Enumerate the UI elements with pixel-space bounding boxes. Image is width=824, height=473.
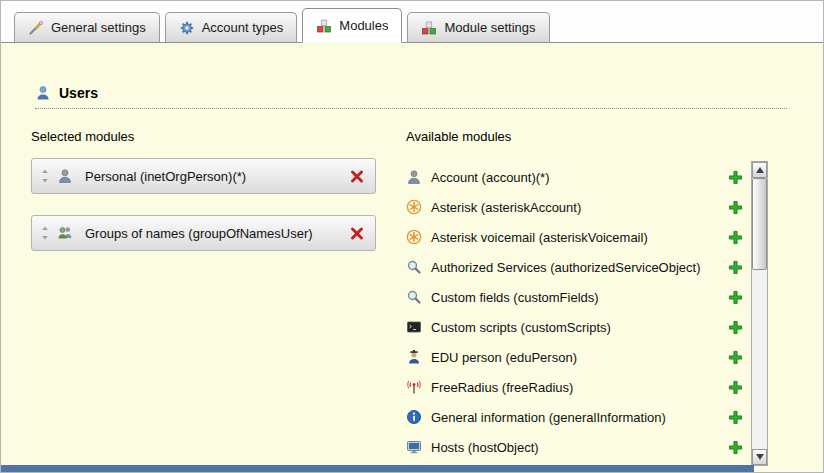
tab-module-settings[interactable]: Module settings [407,12,549,43]
module-label: EDU person (eduPerson) [431,350,718,365]
module-label: Custom fields (customFields) [431,290,718,305]
host-icon [406,439,422,455]
available-modules-list: Account (account)(*) Asterisk (asteriskA… [406,162,743,462]
chevron-up-icon [756,167,764,173]
modules-columns: Selected modules Personal (inetOrgPerson… [31,129,823,462]
scrollbar[interactable] [751,161,768,466]
available-module-authorized-services: Authorized Services (authorizedServiceOb… [406,252,743,282]
magnifier-icon [406,259,422,275]
person-icon [57,168,73,184]
module-label: Custom scripts (customScripts) [431,320,718,335]
module-label: Asterisk (asteriskAccount) [431,200,718,215]
available-module-freeradius: FreeRadius (freeRadius) [406,372,743,402]
add-icon[interactable] [727,319,743,335]
available-module-custom-fields: Custom fields (customFields) [406,282,743,312]
selected-module-personal[interactable]: Personal (inetOrgPerson)(*) [31,158,376,194]
section-heading: Users [35,85,823,101]
tab-account-types[interactable]: Account types [165,12,298,43]
module-label: Personal (inetOrgPerson)(*) [81,169,341,184]
add-icon[interactable] [727,439,743,455]
tab-general-settings[interactable]: General settings [14,12,160,43]
tab-label: Account types [202,20,284,35]
magnifier-icon [406,289,422,305]
selected-modules-list: Personal (inetOrgPerson)(*) Groups of na… [31,158,406,251]
tools-icon [28,20,44,36]
tab-label: Module settings [444,20,535,35]
drag-handle-icon[interactable] [40,225,49,241]
chevron-down-icon [756,454,764,460]
lam-configuration-window: General settings Account types Modules M… [0,0,824,473]
add-icon[interactable] [727,229,743,245]
available-module-edu-person: EDU person (eduPerson) [406,342,743,372]
add-icon[interactable] [727,259,743,275]
module-label: FreeRadius (freeRadius) [431,380,718,395]
content-area: Users Selected modules Personal (inetOrg… [1,43,823,472]
radius-icon [406,379,422,395]
users-icon [35,85,51,101]
add-icon[interactable] [727,379,743,395]
script-icon [406,319,422,335]
add-icon[interactable] [727,169,743,185]
gear-icon [179,20,195,36]
selected-modules-column: Selected modules Personal (inetOrgPerson… [31,129,406,462]
scrollbar-down-button[interactable] [752,449,767,465]
available-modules-heading: Available modules [406,129,743,144]
available-module-hosts: Hosts (hostObject) [406,432,743,462]
available-module-custom-scripts: Custom scripts (customScripts) [406,312,743,342]
module-label: General information (generalInformation) [431,410,718,425]
available-module-asterisk-voicemail: Asterisk voicemail (asteriskVoicemail) [406,222,743,252]
info-icon [406,409,422,425]
section-title: Users [59,85,98,101]
scrollbar-up-button[interactable] [752,162,767,178]
add-icon[interactable] [727,409,743,425]
separator [35,108,787,109]
delete-icon[interactable] [349,168,365,184]
add-icon[interactable] [727,349,743,365]
delete-icon[interactable] [349,225,365,241]
add-icon[interactable] [727,199,743,215]
selected-modules-heading: Selected modules [31,129,406,144]
available-module-account: Account (account)(*) [406,162,743,192]
available-module-asterisk: Asterisk (asteriskAccount) [406,192,743,222]
module-label: Asterisk voicemail (asteriskVoicemail) [431,230,718,245]
edu-icon [406,349,422,365]
module-label: Hosts (hostObject) [431,440,718,455]
tab-bar: General settings Account types Modules M… [1,1,823,43]
asterisk-icon [406,199,422,215]
selected-module-groups-of-names[interactable]: Groups of names (groupOfNamesUser) [31,215,376,251]
module-label: Groups of names (groupOfNamesUser) [81,226,341,241]
modules-icon [421,20,437,36]
person-icon [406,169,422,185]
group-icon [57,225,73,241]
module-label: Account (account)(*) [431,170,718,185]
modules-icon [316,18,332,34]
available-module-general-information: General information (generalInformation) [406,402,743,432]
tab-label: Modules [339,18,388,33]
scrollbar-thumb[interactable] [752,178,767,270]
add-icon[interactable] [727,289,743,305]
tab-label: General settings [51,20,146,35]
drag-handle-icon[interactable] [40,168,49,184]
tab-modules[interactable]: Modules [302,8,402,43]
asterisk-icon [406,229,422,245]
module-label: Authorized Services (authorizedServiceOb… [431,260,718,275]
footer-bar [1,465,754,472]
